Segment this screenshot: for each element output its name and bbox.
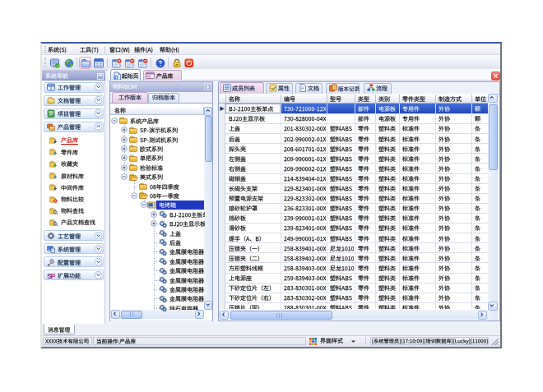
svg-text:P: P xyxy=(50,271,55,279)
